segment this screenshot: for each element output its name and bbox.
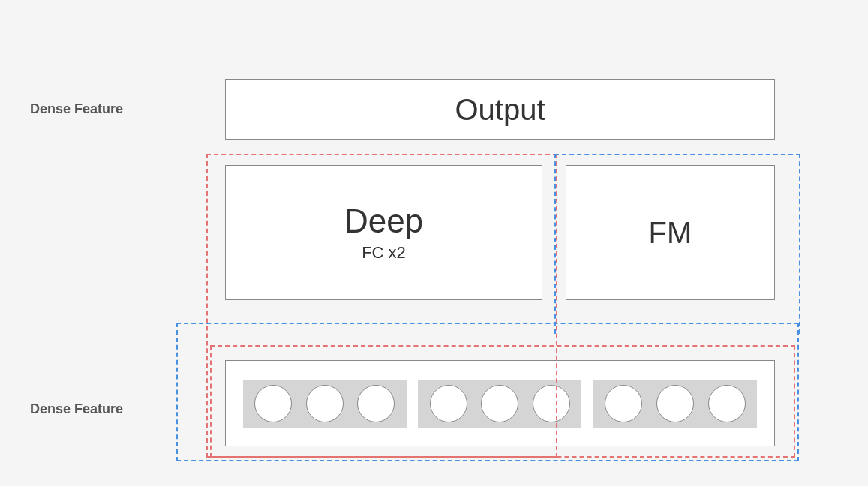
dense-feature-label-top: Dense Feature [30,101,123,117]
output-label: Output [455,93,545,127]
embedding-node-icon [533,385,570,422]
embedding-node-icon [708,385,746,422]
dense-feature-label-bottom: Dense Feature [30,401,123,417]
embedding-group [243,380,407,428]
fm-block: FM [566,165,775,300]
embedding-node-icon [306,385,344,422]
embedding-node-icon [605,385,642,422]
embedding-group [418,380,581,428]
output-block: Output [225,79,775,140]
fm-label: FM [649,216,692,250]
embedding-node-icon [430,385,467,422]
deep-block: Deep FC x2 [225,165,542,300]
embedding-node-icon [357,385,395,422]
embedding-block [225,360,775,446]
embedding-group [593,380,757,428]
embedding-node-icon [254,385,292,422]
deep-subtitle: FC x2 [362,243,406,262]
deep-title: Deep [344,202,423,240]
embedding-node-icon [481,385,518,422]
embedding-node-icon [656,385,694,422]
